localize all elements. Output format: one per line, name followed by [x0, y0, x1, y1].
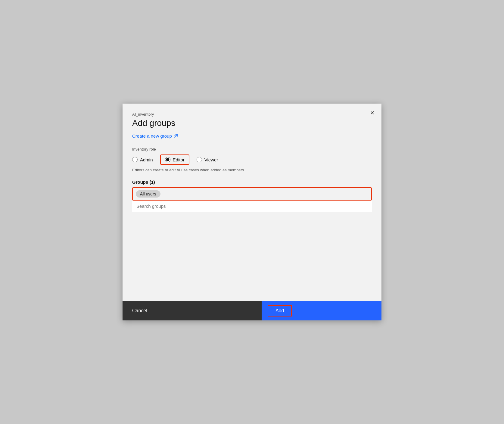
selected-group-tag[interactable]: All users: [136, 190, 160, 198]
search-container: [132, 201, 372, 212]
role-editor-box: Editor: [160, 154, 189, 165]
role-viewer-radio[interactable]: [197, 157, 202, 162]
dialog-footer: Cancel Add: [123, 301, 381, 320]
svg-rect-0: [174, 134, 176, 136]
role-viewer-label: Viewer: [204, 157, 218, 162]
role-editor-label: Editor: [173, 157, 185, 162]
search-groups-input[interactable]: [136, 204, 368, 209]
role-section-label: Inventory role: [132, 147, 372, 151]
create-link-text: Create a new group: [132, 133, 172, 139]
role-admin-option[interactable]: Admin: [132, 157, 153, 162]
close-button[interactable]: ×: [370, 110, 374, 116]
groups-area: Groups (1) All users: [132, 179, 372, 212]
groups-header-row: Groups (1): [132, 179, 372, 185]
role-viewer-option[interactable]: Viewer: [197, 157, 218, 162]
dialog-subtitle: AI_inventory: [132, 112, 372, 117]
role-admin-radio[interactable]: [132, 157, 138, 162]
role-editor-radio[interactable]: [165, 157, 170, 162]
add-groups-dialog: × AI_inventory Add groups Create a new g…: [123, 104, 381, 320]
groups-label: Groups (1): [132, 179, 155, 185]
external-link-icon: [174, 134, 179, 139]
groups-selected-area[interactable]: All users: [132, 187, 372, 201]
add-btn-wrapper: Add: [262, 301, 381, 320]
role-editor-option[interactable]: Editor: [165, 157, 185, 162]
dialog-title: Add groups: [132, 118, 372, 128]
cancel-button[interactable]: Cancel: [123, 301, 262, 320]
dialog-body: × AI_inventory Add groups Create a new g…: [123, 104, 381, 301]
add-button[interactable]: Add: [268, 305, 292, 316]
create-new-group-link[interactable]: Create a new group: [132, 133, 179, 139]
role-options-group: Admin Editor Viewer: [132, 154, 372, 165]
role-description: Editors can create or edit AI use cases …: [132, 168, 372, 172]
role-admin-label: Admin: [140, 157, 153, 162]
